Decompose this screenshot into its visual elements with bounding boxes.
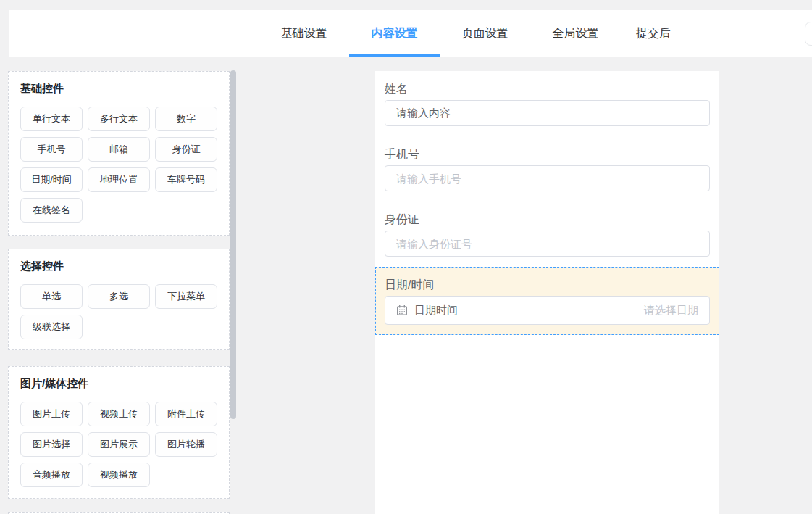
field-label: 姓名 [385, 81, 710, 97]
form-preview-canvas: 姓名 手机号 身份证 日期/时间 [375, 71, 719, 514]
widget-btn-image-upload[interactable]: 图片上传 [20, 402, 83, 426]
tab-global-settings[interactable]: 全局设置 [530, 10, 621, 57]
form-field-datetime-selected[interactable]: 日期/时间 日期时间 请选择日期 [375, 267, 719, 335]
widget-btn-single-line-text[interactable]: 单行文本 [20, 107, 83, 131]
tab-content-settings[interactable]: 内容设置 [349, 10, 440, 57]
widget-btn-audio-player[interactable]: 音频播放 [20, 463, 83, 487]
section-title: 选择控件 [20, 260, 217, 273]
widget-btn-multi-line-text[interactable]: 多行文本 [88, 107, 150, 131]
tab-label: 内容设置 [372, 26, 418, 41]
header-tab-bar: 基础设置 内容设置 页面设置 全局设置 提交后 [9, 10, 812, 57]
palette-section-choice: 选择控件 单选 多选 下拉菜单 级联选择 [8, 249, 230, 350]
calendar-icon [396, 304, 408, 316]
palette-section-basic: 基础控件 单行文本 多行文本 数字 手机号 邮箱 身份证 日期/时间 地理位置 … [8, 71, 230, 236]
widget-btn-signature[interactable]: 在线签名 [20, 198, 83, 223]
date-field-title: 日期时间 [414, 304, 458, 318]
widget-grid: 图片上传 视频上传 附件上传 图片选择 图片展示 图片轮播 音频播放 视频播放 [20, 402, 217, 487]
widget-btn-dropdown[interactable]: 下拉菜单 [155, 284, 217, 309]
settings-tabs: 基础设置 内容设置 页面设置 全局设置 提交后 [259, 10, 812, 57]
widget-btn-phone[interactable]: 手机号 [20, 137, 83, 162]
form-field-phone[interactable]: 手机号 [375, 136, 719, 202]
widget-btn-location[interactable]: 地理位置 [88, 167, 150, 192]
id-card-input[interactable] [385, 231, 710, 257]
widget-btn-image-carousel[interactable]: 图片轮播 [155, 432, 217, 457]
widget-btn-image-select[interactable]: 图片选择 [20, 432, 83, 457]
name-input[interactable] [385, 100, 710, 126]
phone-input[interactable] [385, 165, 710, 191]
widget-btn-attachment-upload[interactable]: 附件上传 [155, 402, 217, 426]
date-picker[interactable]: 日期时间 请选择日期 [385, 296, 710, 325]
palette-section-media: 图片/媒体控件 图片上传 视频上传 附件上传 图片选择 图片展示 图片轮播 音频… [8, 366, 230, 499]
widget-btn-checkbox[interactable]: 多选 [88, 284, 150, 309]
field-label: 手机号 [385, 146, 710, 162]
field-label: 身份证 [385, 212, 710, 228]
tab-label: 全局设置 [553, 26, 599, 41]
sidebar-scrollbar-thumb[interactable] [230, 70, 236, 419]
widget-btn-radio[interactable]: 单选 [20, 284, 83, 309]
widget-btn-cascader[interactable]: 级联选择 [20, 315, 83, 339]
widget-btn-id-card[interactable]: 身份证 [155, 137, 217, 162]
tab-label: 页面设置 [462, 26, 508, 41]
widget-btn-number[interactable]: 数字 [155, 107, 217, 131]
field-label: 日期/时间 [385, 277, 710, 293]
date-placeholder: 请选择日期 [644, 304, 698, 318]
widget-btn-video-upload[interactable]: 视频上传 [88, 402, 150, 426]
widget-btn-license-plate[interactable]: 车牌号码 [155, 167, 217, 192]
partially-visible-button[interactable] [805, 22, 812, 46]
tab-after-submit[interactable]: 提交后 [621, 10, 686, 57]
widget-palette-sidebar: 基础控件 单行文本 多行文本 数字 手机号 邮箱 身份证 日期/时间 地理位置 … [8, 71, 230, 514]
widget-grid: 单行文本 多行文本 数字 手机号 邮箱 身份证 日期/时间 地理位置 车牌号码 … [20, 107, 217, 223]
tab-label: 提交后 [636, 26, 671, 41]
widget-btn-video-player[interactable]: 视频播放 [88, 463, 150, 487]
form-field-id-card[interactable]: 身份证 [375, 202, 719, 267]
section-title: 图片/媒体控件 [20, 377, 217, 390]
widget-btn-image-display[interactable]: 图片展示 [88, 432, 150, 457]
tab-label: 基础设置 [281, 26, 327, 41]
widget-btn-datetime[interactable]: 日期/时间 [20, 167, 83, 192]
form-field-name[interactable]: 姓名 [375, 71, 719, 136]
section-title: 基础控件 [20, 82, 217, 95]
tab-basic-settings[interactable]: 基础设置 [259, 10, 349, 57]
tab-page-settings[interactable]: 页面设置 [440, 10, 530, 57]
widget-grid: 单选 多选 下拉菜单 级联选择 [20, 284, 217, 339]
widget-btn-email[interactable]: 邮箱 [88, 137, 150, 162]
